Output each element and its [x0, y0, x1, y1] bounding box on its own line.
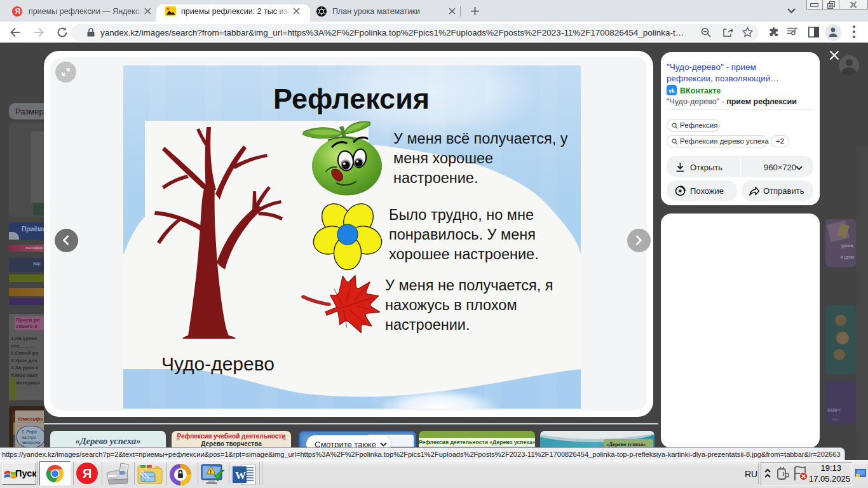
svg-text:Рефлексия: Рефлексия	[273, 83, 430, 115]
svg-text:настроении.: настроении.	[385, 316, 470, 333]
svg-text:понравилось. У меня: понравилось. У меня	[389, 226, 536, 243]
svg-text:vk: vk	[668, 88, 675, 94]
svg-text:!: !	[210, 468, 212, 475]
svg-text:У меня не получается, я: У меня не получается, я	[385, 277, 553, 294]
svg-text:нахожусь в плохом: нахожусь в плохом	[385, 297, 517, 313]
svg-text:W: W	[235, 470, 246, 482]
svg-text:хорошее настроение.: хорошее настроение.	[389, 246, 539, 262]
svg-text:Было трудно, но мне: Было трудно, но мне	[389, 207, 534, 223]
svg-text:Чудо-дерево: Чудо-дерево	[161, 353, 275, 374]
svg-text:настроение.: настроение.	[393, 170, 478, 186]
svg-text:У меня всё получается, у: У меня всё получается, у	[393, 130, 568, 147]
svg-text:меня хорошее: меня хорошее	[393, 150, 493, 166]
